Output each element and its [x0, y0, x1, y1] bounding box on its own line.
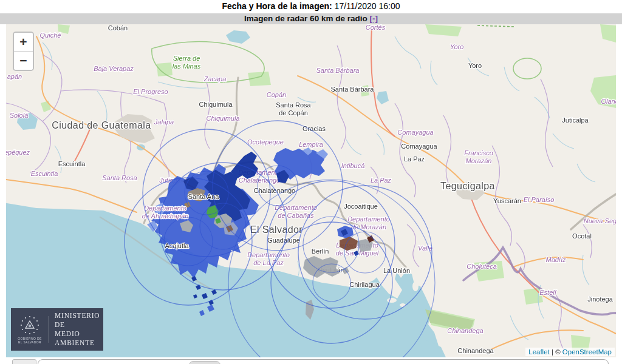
timeline-thumb[interactable] [189, 361, 220, 364]
map-label: Santa Bárbara [331, 86, 375, 93]
datetime-label: Fecha y Hora de la imagen: [222, 1, 332, 11]
map-label: La Paz [371, 177, 392, 184]
map-label: Juticalpa [562, 116, 589, 124]
map-label: Comayagua [397, 129, 433, 136]
map-label: Santa Ana [188, 193, 220, 200]
map-label: Berlín [312, 248, 329, 255]
map-label: Comayagua [401, 143, 437, 150]
ministry-line2: MEDIO AMBIENTE [55, 329, 103, 348]
map-label: Escuintla [31, 170, 58, 177]
map-label: Jocoaitique [344, 203, 378, 210]
map-label: Copán [267, 91, 286, 98]
map-label: Chalatenango [254, 187, 296, 194]
map-label: El Progreso [133, 88, 168, 95]
map-label: Acajutla [165, 242, 189, 249]
map-label: Baja Verapaz [94, 65, 134, 72]
osm-link[interactable]: OpenStreetMap [562, 348, 612, 356]
map-label: Santa Bárbara [316, 67, 360, 74]
map-label: La Paz [404, 155, 425, 163]
zoom-in-button[interactable]: + [14, 33, 33, 52]
zoom-out-button[interactable]: − [14, 52, 33, 70]
map-label: Choluteca [466, 263, 497, 270]
zoom-control: + − [13, 32, 34, 71]
map-label: El Salvador [250, 224, 302, 235]
attribution-separator: | © [550, 348, 562, 356]
map-label: Chinandega [457, 347, 494, 354]
map-label: Zacapa [203, 75, 227, 83]
map-label: Sololá [10, 112, 29, 119]
map-label: Chinandega [447, 327, 483, 334]
datetime-value: 17/11/2020 16:00 [332, 1, 400, 11]
map-label: Santa Rosa [102, 174, 137, 181]
map-label: La Unión [383, 267, 410, 274]
map-label: Nueva Segovia [584, 217, 616, 224]
map-label: Cobán [108, 24, 128, 32]
map-label: Estelí [539, 289, 556, 296]
coat-of-arms: GOBIERNO DE EL SALVADOR [11, 315, 49, 344]
timeline-strip [0, 357, 622, 364]
leaflet-map[interactable]: QuichéCobánapánBaja VerapazSierra delas … [6, 24, 616, 357]
map-label: Chiquimula [206, 115, 239, 122]
map-label: Sierra delas Minas [173, 55, 201, 70]
map-label: Chiquimula [199, 101, 233, 108]
map-label: Tegucigalpa [440, 181, 495, 191]
ministry-name: MINISTERIO DE MEDIO AMBIENTE [49, 311, 103, 348]
map-label: Cortés [366, 24, 386, 31]
radar-title: Imagen de radar 60 km de radio [244, 14, 369, 23]
timeline-track[interactable] [38, 359, 609, 364]
map-label: El Paraíso [524, 196, 555, 203]
map-label: Jalapa [154, 118, 174, 126]
map-label: FranciscoMorazán [464, 149, 493, 164]
map-label: Intibucá [341, 162, 365, 169]
collapse-link[interactable]: [-] [369, 14, 378, 23]
image-datetime-bar: Fecha y Hora de la imagen: 17/11/2020 16… [0, 0, 622, 13]
map-label: Escuintla [58, 160, 86, 167]
map-label: Yoro [468, 62, 482, 69]
leaflet-link[interactable]: Leaflet [528, 348, 550, 356]
ministry-logo: GOBIERNO DE EL SALVADOR MINISTERIO DE ME… [11, 308, 103, 351]
map-label: Madriz [545, 256, 566, 263]
map-label: Yoro [450, 43, 464, 50]
map-label: Lempira [299, 141, 323, 148]
gov-label-line2: EL SALVADOR [11, 340, 49, 344]
map-label: apán [7, 73, 22, 80]
seal-icon [19, 315, 40, 335]
map-label: epéquez [6, 149, 30, 156]
map-label: Valle [418, 244, 432, 252]
map-label: Gracias [302, 125, 326, 132]
map-label: Departamentode Ahuachapán [142, 204, 189, 220]
map-label: Ciudad de Guatemala [52, 120, 151, 130]
map-attribution: Leaflet | © OpenStreetMap [525, 348, 615, 356]
map-label: Ocotal [572, 232, 592, 240]
map-label: Chirilagua [349, 281, 380, 288]
map-label: Quiché [40, 32, 61, 39]
map-label: Departamentode Cabañas [275, 204, 317, 219]
radar-title-bar: Imagen de radar 60 km de radio [-] [0, 13, 622, 24]
map-label: Olancho [601, 98, 616, 105]
timeline-left-button[interactable] [12, 359, 36, 364]
map-label: Guadalupe [267, 237, 300, 244]
map-label: Santa Rosade Copán [276, 101, 311, 116]
map-label: Jinotega [587, 295, 613, 303]
ministry-line1: MINISTERIO DE [55, 311, 103, 329]
map-label: Yuscarán [493, 197, 521, 204]
map-label: Ocotepeque [247, 138, 284, 146]
